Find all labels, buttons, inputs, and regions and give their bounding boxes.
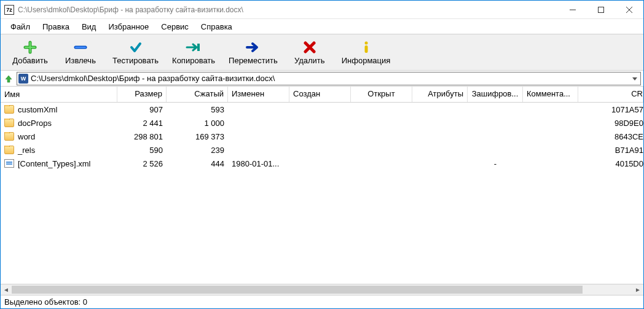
column-name[interactable]: Имя [1,87,117,102]
list-row[interactable]: docProps2 4411 00098D9E0 [1,116,643,130]
file-packed: 593 [167,105,228,114]
file-crc: 8643CE [578,132,643,141]
move-label: Переместить [229,56,278,65]
column-comment[interactable]: Коммента... [523,87,578,102]
file-crc: 4015D0 [578,159,643,168]
app-icon: 7z [4,5,14,15]
svg-point-5 [364,41,367,44]
file-modified: 1980-01-01... [228,159,289,168]
column-size[interactable]: Размер [117,87,167,102]
extract-button[interactable]: Извлечь [56,36,105,69]
menu-favorites[interactable]: Избранное [103,21,154,33]
file-size: 590 [117,146,167,155]
column-accessed[interactable]: Открыт [351,87,412,102]
menu-help[interactable]: Справка [196,21,237,33]
menu-edit[interactable]: Правка [37,21,74,33]
path-dropdown-button[interactable] [629,74,640,83]
maximize-button[interactable] [587,1,615,19]
menu-view[interactable]: Вид [77,21,101,33]
minimize-icon [570,7,576,13]
scroll-track[interactable] [12,284,632,295]
window-title: C:\Users\dmkol\Desktop\Бриф - на разрабо… [18,6,559,14]
scroll-right-button[interactable]: ► [632,284,643,295]
file-packed: 1 000 [167,119,228,128]
close-icon [626,7,632,13]
move-button[interactable]: Переместить [222,36,284,69]
toolbar: Добавить Извлечь Тестировать Копировать … [1,34,643,71]
copy-arrow-icon [186,40,202,55]
folder-icon [4,146,14,154]
close-button[interactable] [615,1,643,19]
list-row[interactable]: [Content_Types].xml2 5264441980-01-01...… [1,157,643,170]
info-button[interactable]: Информация [336,36,397,69]
file-name: [Content_Types].xml [18,159,91,168]
list-row[interactable]: customXml9075931071A57 [1,103,643,116]
list-row[interactable]: word298 801169 3738643CE [1,130,643,143]
check-icon [129,40,143,55]
add-label: Добавить [12,56,47,65]
file-name: docProps [18,119,52,128]
file-size: 907 [117,105,167,114]
docx-icon: W [18,74,28,84]
file-list: Имя Размер Сжатый Изменен Создан Открыт … [1,87,643,284]
test-button[interactable]: Тестировать [106,36,165,69]
minus-icon [74,40,87,55]
column-created[interactable]: Создан [289,87,351,102]
plus-icon [23,40,37,55]
column-attributes[interactable]: Атрибуты [412,87,468,102]
test-label: Тестировать [112,56,159,65]
file-packed: 169 373 [167,132,228,141]
file-crc: 98D9E0 [578,119,643,128]
svg-rect-6 [364,45,367,53]
file-crc: 1071A57 [578,105,643,114]
file-name: _rels [18,146,35,155]
menubar: Файл Правка Вид Избранное Сервис Справка [1,19,643,34]
column-packed[interactable]: Сжатый [167,87,228,102]
scroll-left-button[interactable]: ◄ [1,284,12,295]
titlebar: 7z C:\Users\dmkol\Desktop\Бриф - на разр… [1,1,643,19]
file-name: customXml [18,105,57,114]
menu-tools[interactable]: Сервис [156,21,194,33]
copy-button[interactable]: Копировать [166,36,221,69]
up-button[interactable] [3,73,14,84]
add-button[interactable]: Добавить [6,36,55,69]
list-row[interactable]: _rels590239B71A91 [1,143,643,157]
horizontal-scrollbar[interactable]: ◄ ► [1,284,643,295]
folder-icon [4,132,14,141]
folder-icon [4,119,14,127]
statusbar: Выделено объектов: 0 [1,295,643,308]
maximize-icon [598,7,604,13]
svg-rect-4 [197,44,200,51]
column-modified[interactable]: Изменен [228,87,289,102]
x-icon [303,40,316,55]
file-size: 2 441 [117,119,167,128]
minimize-button[interactable] [559,1,587,19]
file-packed: 444 [167,159,228,168]
extract-label: Извлечь [65,56,96,65]
arrow-right-icon [245,40,261,55]
chevron-down-icon [632,77,637,81]
path-text: C:\Users\dmkol\Desktop\Бриф - на разрабо… [31,74,629,83]
file-crc: B71A91 [578,146,643,155]
file-name: word [18,132,35,141]
list-header: Имя Размер Сжатый Изменен Создан Открыт … [1,87,643,103]
svg-rect-1 [599,7,604,12]
copy-label: Копировать [172,56,215,65]
path-input[interactable]: W C:\Users\dmkol\Desktop\Бриф - на разра… [17,72,641,85]
delete-label: Удалить [294,56,325,65]
info-icon [359,40,373,55]
scroll-thumb[interactable] [12,286,583,294]
pathbar: W C:\Users\dmkol\Desktop\Бриф - на разра… [1,71,643,87]
file-icon [4,159,14,168]
file-size: 298 801 [117,132,167,141]
file-encrypted: - [468,159,523,168]
delete-button[interactable]: Удалить [285,36,334,69]
menu-file[interactable]: Файл [6,21,35,33]
info-label: Информация [342,56,391,65]
status-text: Выделено объектов: 0 [4,297,87,307]
file-size: 2 526 [117,159,167,168]
file-packed: 239 [167,146,228,155]
column-encrypted[interactable]: Зашифров... [468,87,523,102]
column-crc[interactable]: CR [578,87,643,102]
folder-icon [4,105,14,114]
